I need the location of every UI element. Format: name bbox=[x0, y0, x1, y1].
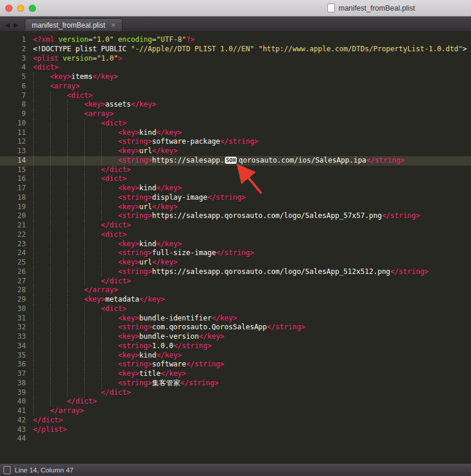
code-row[interactable]: 14<string>https://salesapp.SOHqorosauto.… bbox=[0, 156, 471, 166]
code-row[interactable]: 26<string>https://salesapp.qorosauto.com… bbox=[0, 267, 471, 277]
code-row[interactable]: 18<string>display-image</string> bbox=[0, 193, 471, 203]
indent-guide bbox=[84, 128, 101, 138]
history-forward-button[interactable]: ▶ bbox=[12, 18, 21, 31]
code-row[interactable]: 2<!DOCTYPE plist PUBLIC "-//Apple//DTD P… bbox=[0, 45, 471, 54]
code-row[interactable]: 33<key>bundle-version</key> bbox=[0, 332, 471, 342]
code-row[interactable]: 30<dict> bbox=[0, 305, 471, 314]
code-row[interactable]: 9<array> bbox=[0, 110, 471, 119]
code-row[interactable]: 7<dict> bbox=[0, 91, 471, 101]
code-row[interactable]: 1<?xml version="1.0" encoding="UTF-8"?> bbox=[0, 35, 471, 45]
code-row[interactable]: 24<string>full-size-image</string> bbox=[0, 249, 471, 258]
code-row[interactable]: 16<dict> bbox=[0, 174, 471, 184]
code-row[interactable]: 29<key>metadata</key> bbox=[0, 295, 471, 305]
line-number: 10 bbox=[0, 119, 29, 128]
indent-guide bbox=[50, 388, 67, 398]
status-bar: Line 14, Column 47 bbox=[0, 463, 471, 476]
indent-guide bbox=[67, 342, 84, 351]
indent-guide bbox=[50, 295, 67, 305]
indent-guide bbox=[33, 193, 50, 203]
code-row[interactable]: 21</dict> bbox=[0, 221, 471, 230]
code-row[interactable]: 37<key>title</key> bbox=[0, 369, 471, 379]
indent-guide bbox=[33, 147, 50, 156]
indent-guide bbox=[50, 137, 67, 147]
code-row[interactable]: 36<string>software</string> bbox=[0, 360, 471, 369]
code-row[interactable]: 17<key>kind</key> bbox=[0, 184, 471, 193]
code-line: <string>software</string> bbox=[29, 360, 224, 369]
code-row[interactable]: 19<key>url</key> bbox=[0, 203, 471, 212]
tab-close-icon[interactable]: × bbox=[111, 21, 116, 29]
code-row[interactable]: 12<string>software-package</string> bbox=[0, 137, 471, 147]
code-row[interactable]: 8<key>assets</key> bbox=[0, 100, 471, 110]
indent-guide bbox=[84, 211, 101, 221]
code-row[interactable]: 13<key>url</key> bbox=[0, 147, 471, 156]
indent-guide bbox=[101, 267, 118, 277]
line-number: 14 bbox=[0, 156, 29, 166]
indent-guide bbox=[50, 314, 67, 323]
indent-guide bbox=[101, 240, 118, 249]
indent-guide bbox=[67, 119, 84, 128]
close-button[interactable] bbox=[5, 5, 12, 12]
code-row[interactable]: 38<string>集客管家</string> bbox=[0, 379, 471, 388]
line-number: 26 bbox=[0, 267, 29, 277]
indent-guide bbox=[33, 230, 50, 240]
cursor-position: Line 14, Column 47 bbox=[15, 467, 74, 474]
indent-guide bbox=[33, 110, 50, 119]
tab-manifest-frombeal-plist[interactable]: manifest_fromBeal.plist × bbox=[25, 18, 122, 31]
indent-guide bbox=[84, 332, 101, 342]
zoom-button[interactable] bbox=[29, 5, 36, 12]
code-row[interactable]: 20<string>https://salesapp.qorosauto.com… bbox=[0, 211, 471, 221]
code-row[interactable]: 3<plist version="1.0"> bbox=[0, 54, 471, 64]
line-number: 39 bbox=[0, 388, 29, 398]
code-row[interactable]: 41</array> bbox=[0, 406, 471, 416]
indent-guide bbox=[67, 295, 84, 305]
indent-guide bbox=[50, 147, 67, 156]
code-row[interactable]: 44 bbox=[0, 434, 471, 444]
editor[interactable]: 1<?xml version="1.0" encoding="UTF-8"?>2… bbox=[0, 32, 471, 463]
line-number: 42 bbox=[0, 416, 29, 425]
code-row[interactable]: 43</plist> bbox=[0, 425, 471, 435]
code-row[interactable]: 10<dict> bbox=[0, 119, 471, 128]
code-row[interactable]: 23<key>kind</key> bbox=[0, 240, 471, 249]
indent-guide bbox=[67, 360, 84, 369]
code-line: <string>display-image</string> bbox=[29, 193, 246, 203]
code-row[interactable]: 42</dict> bbox=[0, 416, 471, 425]
line-number: 20 bbox=[0, 211, 29, 221]
code-row[interactable]: 32<string>com.qorosauto.QorosSalesApp</s… bbox=[0, 323, 471, 332]
code-row[interactable]: 22<dict> bbox=[0, 230, 471, 240]
code-line: <string>https://salesapp.qorosauto.com/l… bbox=[29, 267, 429, 277]
indent-guide bbox=[33, 166, 50, 175]
indent-guide bbox=[33, 388, 50, 398]
minimize-button[interactable] bbox=[17, 5, 24, 12]
line-number: 38 bbox=[0, 379, 29, 388]
line-number: 30 bbox=[0, 305, 29, 314]
indent-guide bbox=[84, 323, 101, 332]
indent-guide bbox=[50, 267, 67, 277]
code-row[interactable]: 5<key>items</key> bbox=[0, 72, 471, 82]
code-row[interactable]: 25<key>url</key> bbox=[0, 258, 471, 267]
indent-guide bbox=[33, 221, 50, 230]
code-row[interactable]: 4<dict> bbox=[0, 63, 471, 72]
indent-guide bbox=[67, 286, 84, 295]
code-area[interactable]: 1<?xml version="1.0" encoding="UTF-8"?>2… bbox=[0, 35, 471, 444]
code-row[interactable]: 6<array> bbox=[0, 82, 471, 91]
history-back-button[interactable]: ◀ bbox=[3, 18, 12, 31]
indent-guide bbox=[84, 249, 101, 258]
code-row[interactable]: 34<string>1.0.0</string> bbox=[0, 342, 471, 351]
code-row[interactable]: 31<key>bundle-identifier</key> bbox=[0, 314, 471, 323]
code-row[interactable]: 28</array> bbox=[0, 286, 471, 295]
code-row[interactable]: 15</dict> bbox=[0, 166, 471, 175]
indent-guide bbox=[50, 110, 67, 119]
indent-guide bbox=[67, 184, 84, 193]
indent-guide bbox=[101, 332, 118, 342]
code-row[interactable]: 40</dict> bbox=[0, 397, 471, 406]
code-row[interactable]: 11<key>kind</key> bbox=[0, 128, 471, 138]
code-row[interactable]: 35<key>kind</key> bbox=[0, 351, 471, 361]
indent-guide bbox=[84, 193, 101, 203]
code-row[interactable]: 39</dict> bbox=[0, 388, 471, 398]
window-titlebar: manifest_fromBeal.plist bbox=[0, 0, 471, 16]
code-line: <plist version="1.0"> bbox=[29, 54, 122, 64]
code-line: </array> bbox=[29, 286, 118, 295]
line-number: 5 bbox=[0, 72, 29, 82]
line-number: 44 bbox=[0, 434, 29, 444]
code-row[interactable]: 27</dict> bbox=[0, 277, 471, 286]
